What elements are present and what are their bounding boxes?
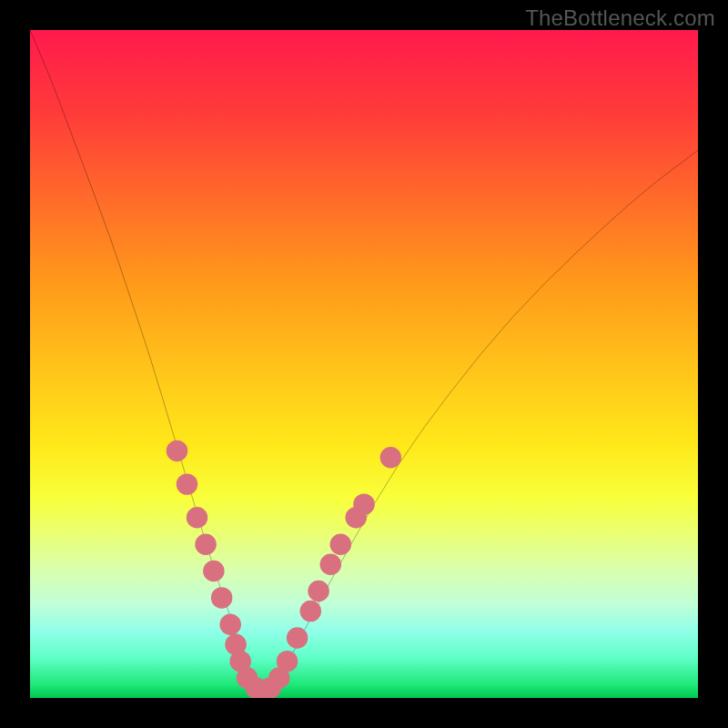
curve-marker <box>300 601 321 622</box>
curve-marker <box>320 553 341 574</box>
curve-marker <box>277 651 298 672</box>
chart-frame: TheBottleneck.com <box>0 0 728 728</box>
curve-marker <box>195 533 216 554</box>
curve-marker <box>330 533 351 554</box>
curve-marker <box>353 493 374 514</box>
curve-marker <box>177 473 197 494</box>
curve-marker <box>308 581 329 602</box>
curve-marker <box>380 447 401 468</box>
curve-marker <box>219 614 240 635</box>
curve-marker <box>203 561 224 581</box>
watermark-text: TheBottleneck.com <box>525 5 715 31</box>
curve-marker <box>287 627 308 648</box>
plot-area <box>30 30 698 698</box>
curve-markers <box>167 440 401 698</box>
bottleneck-curve-path <box>30 30 698 692</box>
curve-svg <box>30 30 698 698</box>
curve-marker <box>187 507 207 528</box>
curve-marker <box>167 440 187 461</box>
curve-marker <box>211 587 232 608</box>
